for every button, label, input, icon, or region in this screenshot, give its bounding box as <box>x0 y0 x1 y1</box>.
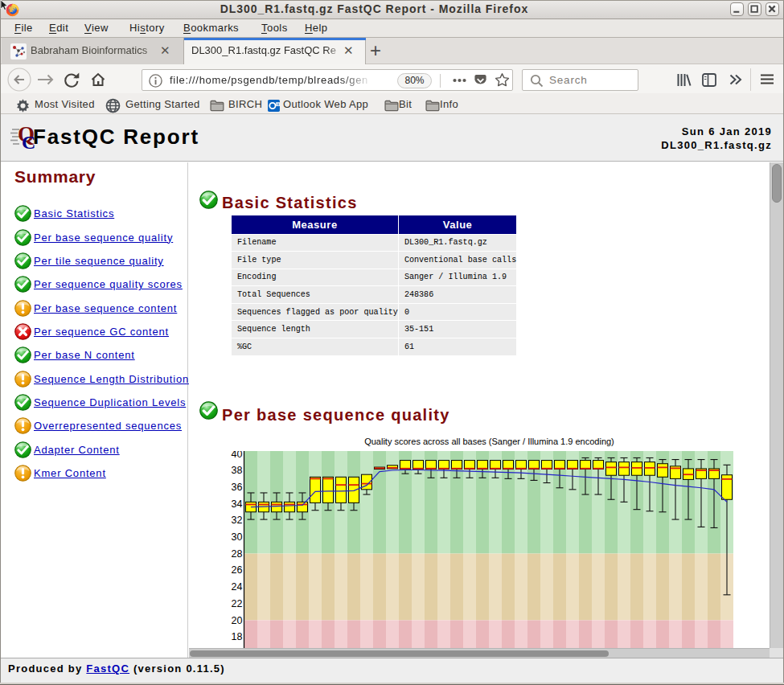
svg-text:24: 24 <box>232 581 243 593</box>
svg-text:22: 22 <box>232 598 243 609</box>
svg-text:34: 34 <box>232 498 243 510</box>
svg-text:30: 30 <box>232 531 243 543</box>
svg-text:26: 26 <box>232 564 243 576</box>
svg-text:28: 28 <box>232 548 243 560</box>
svg-text:18: 18 <box>232 631 243 642</box>
svg-text:20: 20 <box>232 615 243 626</box>
svg-text:32: 32 <box>232 515 243 526</box>
svg-text:38: 38 <box>232 465 243 476</box>
svg-text:40: 40 <box>232 451 243 460</box>
svg-text:36: 36 <box>232 482 243 493</box>
